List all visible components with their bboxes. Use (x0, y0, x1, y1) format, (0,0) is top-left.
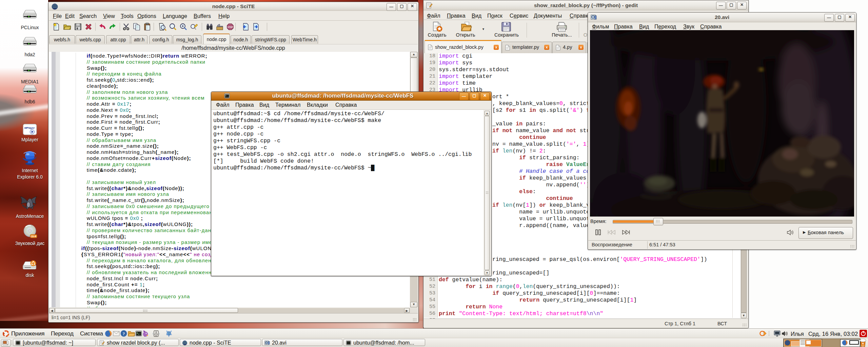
svg-text:CD-R: CD-R (31, 235, 37, 238)
svg-text:STOP: STOP (228, 26, 233, 28)
svg-text:MPlayer: MPlayer (24, 126, 35, 129)
svg-text:?: ? (123, 331, 125, 336)
